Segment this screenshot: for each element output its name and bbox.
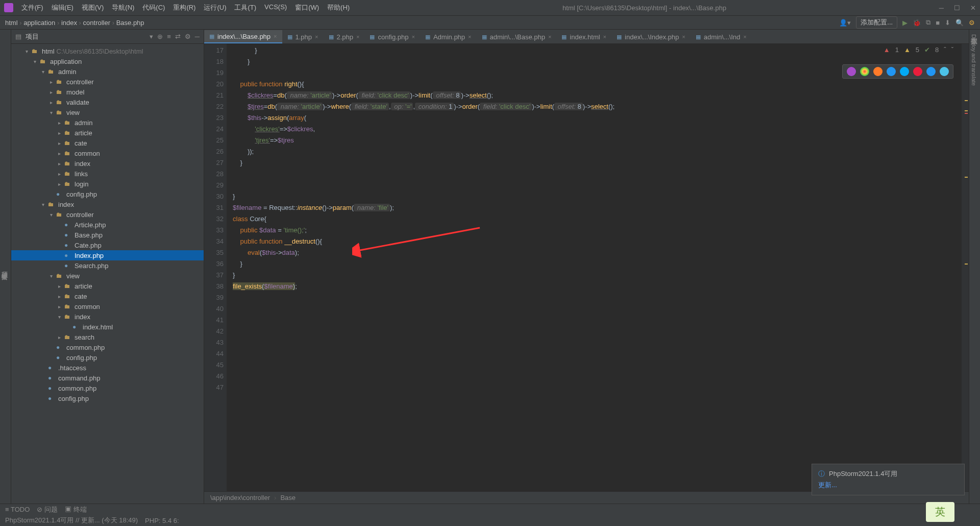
settings-icon[interactable]: ⚙ (969, 19, 975, 27)
chevron-icon[interactable]: ▾ (48, 273, 54, 279)
editor-tab[interactable]: ▦index\...\Index.php× (611, 30, 691, 43)
crumb-class[interactable]: Base (280, 494, 296, 501)
tree-node[interactable]: ●common.php (11, 342, 204, 352)
chevron-icon[interactable]: ▸ (56, 140, 62, 146)
safari-icon[interactable] (887, 67, 896, 76)
problems-button[interactable]: ⊘ 问题 (37, 505, 58, 514)
stop-icon[interactable]: ■ (936, 19, 940, 27)
tree-node[interactable]: ▸🖿common (11, 148, 204, 158)
opera-icon[interactable] (913, 67, 922, 76)
tree-node[interactable]: ▾🖿index (11, 199, 204, 209)
down-icon[interactable]: ˇ (951, 46, 953, 54)
tree-node[interactable]: ●config.php (11, 352, 204, 363)
tree-node[interactable]: ●Base.php (11, 230, 204, 240)
tree-node[interactable]: ▸🖿common (11, 301, 204, 312)
chevron-icon[interactable]: ▸ (56, 294, 62, 299)
tree-node[interactable]: ●Article.php (11, 220, 204, 230)
menu-item[interactable]: 运行(U) (204, 3, 226, 12)
tree-node[interactable]: ▾🖿controller (11, 209, 204, 220)
chevron-icon[interactable]: ▾ (48, 110, 54, 115)
tree-node[interactable]: ▸🖿admin (11, 117, 204, 128)
search-icon[interactable]: 🔍 (955, 19, 964, 27)
tree-node[interactable]: ▸🖿article (11, 281, 204, 291)
menu-item[interactable]: 重构(R) (173, 3, 195, 12)
tree-node[interactable]: ▸🖿article (11, 128, 204, 138)
maximize-icon[interactable]: ☐ (954, 4, 960, 12)
left-tool-stripe[interactable]: 项目 结构 收藏夹 (0, 30, 11, 504)
crumb-namespace[interactable]: \app\index\controller (210, 494, 270, 501)
debug-icon[interactable]: 🐞 (913, 19, 921, 27)
hide-icon[interactable]: ─ (195, 33, 200, 40)
tree-node[interactable]: ▸🖿cate (11, 138, 204, 148)
menu-item[interactable]: 编辑(E) (52, 3, 74, 12)
tree-node[interactable]: ▸🖿model (11, 87, 204, 97)
editor-tab[interactable]: ▦1.php× (282, 30, 324, 43)
update-link[interactable]: 更新... (818, 481, 958, 490)
tree-node[interactable]: ▸🖿cate (11, 291, 204, 301)
chevron-icon[interactable]: ▸ (48, 89, 54, 95)
chevron-icon[interactable]: ▾ (40, 69, 46, 75)
minimize-icon[interactable]: ─ (939, 4, 944, 12)
breadcrumb-item[interactable]: application (23, 19, 55, 27)
add-config-button[interactable]: 添加配置... (856, 16, 897, 29)
tree-node[interactable]: ▸🖿controller (11, 77, 204, 87)
tree-node[interactable]: ●config.php (11, 393, 204, 403)
tab-close-icon[interactable]: × (548, 34, 551, 40)
run-icon[interactable]: ▶ (902, 19, 908, 27)
project-tree[interactable]: ▾🖿html C:\Users\86135\Desktop\html▾🖿appl… (11, 44, 204, 504)
tree-node[interactable]: ●Search.php (11, 260, 204, 271)
close-icon[interactable]: ✕ (970, 4, 976, 12)
project-dropdown-icon[interactable]: ▾ (150, 33, 153, 40)
error-stripe[interactable] (962, 44, 969, 491)
breadcrumb-item[interactable]: html (5, 19, 18, 27)
menu-item[interactable]: 导航(N) (112, 3, 134, 12)
tree-node[interactable]: ●Cate.php (11, 240, 204, 250)
breadcrumb-item[interactable]: index (61, 19, 77, 27)
locate-icon[interactable]: ⊕ (157, 33, 163, 40)
tree-node[interactable]: ▾🖿view (11, 107, 204, 117)
tree-node[interactable]: ▸🖿search (11, 332, 204, 342)
editor-tab[interactable]: ▦admin\...\Base.php× (477, 30, 557, 43)
chrome-icon[interactable] (860, 67, 869, 76)
tree-node[interactable]: ▾🖿admin (11, 66, 204, 77)
firefox-icon[interactable] (873, 67, 883, 76)
tree-node[interactable]: ▸🖿login (11, 179, 204, 189)
inspection-widget[interactable]: ▲1 ▲5 ✔8 ˆˇ (884, 46, 953, 54)
breadcrumb-item[interactable]: controller (83, 19, 110, 27)
chevron-icon[interactable]: ▸ (48, 100, 54, 105)
expand-icon[interactable]: ≡ (167, 33, 171, 40)
ime-indicator[interactable]: 英 (926, 502, 954, 522)
breadcrumb-item[interactable]: Base.php (116, 19, 144, 27)
chevron-icon[interactable]: ▾ (56, 314, 62, 320)
tab-close-icon[interactable]: × (274, 33, 277, 39)
menu-item[interactable]: VCS(S) (264, 3, 287, 12)
tree-node[interactable]: ●Index.php (11, 250, 204, 260)
chevron-icon[interactable]: ▸ (56, 130, 62, 136)
terminal-button[interactable]: ▣ 终端 (65, 505, 87, 514)
breadcrumb[interactable]: html › application › index › controller … (5, 19, 144, 27)
ie-icon[interactable] (926, 67, 936, 76)
tree-node[interactable]: ●index.html (11, 322, 204, 332)
chevron-icon[interactable]: ▸ (56, 171, 62, 177)
chevron-icon[interactable]: ▸ (56, 334, 62, 340)
up-icon[interactable]: ˆ (944, 46, 946, 54)
tree-node[interactable]: ▾🖿application (11, 56, 204, 66)
editor-tab[interactable]: ▦index\...\Base.php× (204, 30, 282, 43)
coverage-icon[interactable]: ⧉ (926, 18, 930, 27)
tab-close-icon[interactable]: × (603, 34, 606, 40)
tree-node[interactable]: ▸🖿links (11, 169, 204, 179)
editor-tab[interactable]: ▦2.php× (324, 30, 365, 43)
chevron-icon[interactable]: ▾ (40, 202, 46, 207)
menu-item[interactable]: 帮助(H) (327, 3, 350, 12)
tab-close-icon[interactable]: × (682, 34, 685, 40)
menu-item[interactable]: 视图(V) (82, 3, 104, 12)
tab-close-icon[interactable]: × (468, 34, 471, 40)
tree-node[interactable]: ●common.php (11, 383, 204, 393)
tree-node[interactable]: ▾🖿index (11, 312, 204, 322)
menu-item[interactable]: 窗口(W) (295, 3, 319, 12)
chevron-icon[interactable]: ▸ (48, 79, 54, 85)
editor-tab[interactable]: ▦admin\...\Ind× (691, 30, 752, 43)
chevron-icon[interactable]: ▾ (23, 49, 30, 54)
chevron-icon[interactable]: ▸ (56, 181, 62, 187)
tree-node[interactable]: ●command.php (11, 373, 204, 383)
